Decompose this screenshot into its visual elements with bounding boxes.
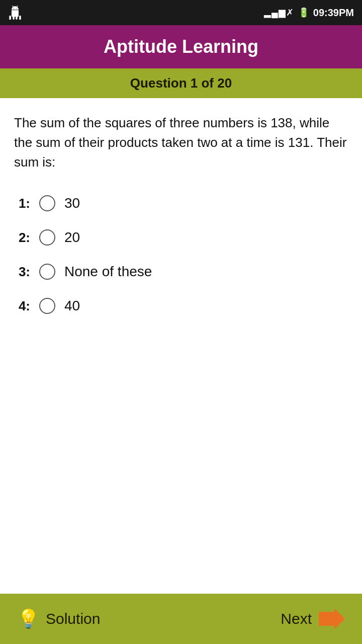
option-item-3[interactable]: 3: None of these [14, 261, 348, 283]
option-item-2[interactable]: 2: 20 [14, 226, 348, 249]
option-radio-3[interactable] [39, 264, 55, 280]
bulb-icon: 💡 [17, 608, 40, 629]
options-list: 1: 30 2: 20 3: None of these 4: 40 [14, 192, 348, 317]
option-label-1: 30 [64, 195, 80, 211]
solution-button[interactable]: 💡 Solution [8, 603, 109, 634]
question-content: The sum of the squares of three numbers … [0, 98, 362, 594]
option-number-4: 4: [14, 298, 30, 314]
signal-icon: ▂▄▆✗ [264, 7, 294, 18]
bottom-bar: 💡 Solution Next [0, 594, 362, 644]
question-counter-bar: Question 1 of 20 [0, 68, 362, 98]
status-bar: ▂▄▆✗ 🔋 09:39PM [0, 0, 362, 25]
option-radio-2[interactable] [39, 229, 55, 246]
question-text: The sum of the squares of three numbers … [14, 113, 348, 172]
solution-label: Solution [46, 610, 100, 627]
svg-marker-0 [319, 608, 345, 629]
time-display: 09:39PM [313, 7, 354, 19]
option-label-3: None of these [64, 264, 152, 280]
option-item-1[interactable]: 1: 30 [14, 192, 348, 214]
app-header: Aptitude Learning [0, 25, 362, 68]
next-button[interactable]: Next [272, 603, 354, 634]
status-right: ▂▄▆✗ 🔋 09:39PM [264, 7, 354, 19]
question-counter-text: Question 1 of 20 [130, 75, 232, 91]
battery-icon: 🔋 [298, 7, 309, 18]
option-label-4: 40 [64, 298, 80, 314]
option-number-2: 2: [14, 230, 30, 246]
option-number-1: 1: [14, 196, 30, 211]
option-radio-1[interactable] [39, 195, 55, 211]
status-left [8, 6, 22, 20]
option-radio-4[interactable] [39, 298, 55, 314]
next-arrow-icon [319, 608, 345, 629]
option-label-2: 20 [64, 229, 80, 246]
android-icon [8, 6, 22, 20]
option-number-3: 3: [14, 264, 30, 280]
app-title: Aptitude Learning [104, 36, 258, 57]
option-item-4[interactable]: 4: 40 [14, 295, 348, 317]
next-label: Next [281, 610, 312, 627]
